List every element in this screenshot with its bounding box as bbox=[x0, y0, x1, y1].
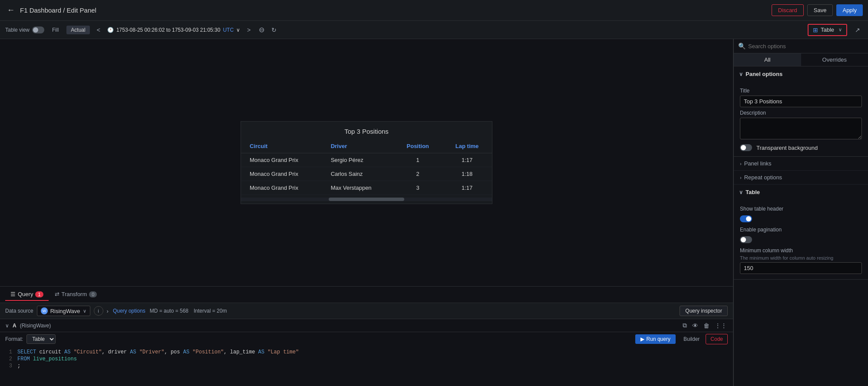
expand-button[interactable]: ↗ bbox=[852, 25, 863, 35]
eye-button[interactable]: 👁 bbox=[691, 321, 699, 330]
time-range-picker[interactable]: 🕐 1753-08-25 00:26:02 to 1753-09-03 21:0… bbox=[107, 27, 240, 33]
table-row: Monaco Grand Prix Max Verstappen 3 1:17 bbox=[241, 181, 492, 195]
query-tab-label: Query bbox=[18, 291, 33, 297]
query-letter: A bbox=[13, 323, 17, 329]
line-content-1: SELECT circuit AS "Circuit", driver AS "… bbox=[17, 349, 299, 355]
tab-query[interactable]: ☰ Query 1 bbox=[5, 288, 49, 301]
min-col-width-label: Minimum column width bbox=[740, 247, 862, 254]
scrollbar-thumb bbox=[329, 198, 404, 201]
query-options-button[interactable]: Query options bbox=[112, 307, 146, 315]
data-table-container: Top 3 Positions Circuit Driver Position … bbox=[241, 121, 492, 204]
code-button[interactable]: Code bbox=[706, 334, 728, 344]
main-content: Top 3 Positions Circuit Driver Position … bbox=[0, 39, 868, 386]
panel-options-label: Panel options bbox=[746, 71, 782, 77]
collapse-button[interactable]: ∨ bbox=[5, 323, 9, 329]
cell-laptime: 1:17 bbox=[442, 181, 492, 195]
right-panel: 🔍 All Overrides ∨ Panel options Title De… bbox=[733, 39, 868, 386]
apply-button[interactable]: Apply bbox=[836, 4, 863, 16]
data-table: Circuit Driver Position Lap time Monaco … bbox=[241, 139, 492, 195]
enable-pagination-toggle-row bbox=[740, 236, 862, 243]
fill-button[interactable]: Fill bbox=[49, 26, 62, 34]
table-view-toggle[interactable]: Table view bbox=[5, 26, 44, 33]
repeat-options-section[interactable]: › Repeat options bbox=[734, 171, 868, 185]
time-range-chevron: ∨ bbox=[236, 27, 240, 33]
datasource-icon: W bbox=[41, 307, 48, 314]
table-section-header[interactable]: ∨ Table bbox=[734, 185, 868, 200]
query-inspector-button[interactable]: Query inspector bbox=[680, 306, 728, 316]
tab-overrides[interactable]: Overrides bbox=[801, 53, 868, 66]
back-button[interactable]: ← bbox=[5, 4, 17, 16]
table-title: Top 3 Positions bbox=[241, 122, 492, 139]
discard-button[interactable]: Discard bbox=[772, 4, 804, 16]
min-col-width-helper: The minimum width for column auto resizi… bbox=[740, 255, 862, 261]
query-md: MD = auto = 568 bbox=[150, 308, 188, 314]
time-range-text: 1753-08-25 00:26:02 to 1753-09-03 21:05:… bbox=[116, 27, 221, 33]
cell-circuit: Monaco Grand Prix bbox=[241, 181, 322, 195]
toolbar: Table view Fill Actual < 🕐 1753-08-25 00… bbox=[0, 21, 868, 39]
min-col-width-input[interactable] bbox=[740, 262, 862, 274]
prev-time-button[interactable]: < bbox=[94, 25, 103, 35]
search-box: 🔍 bbox=[734, 39, 868, 53]
panel-links-chevron: › bbox=[740, 161, 742, 166]
panel-description-input[interactable] bbox=[740, 118, 862, 139]
actual-button[interactable]: Actual bbox=[66, 26, 89, 34]
viz-chevron-icon: ∨ bbox=[838, 27, 842, 33]
table-view-label: Table view bbox=[5, 27, 30, 33]
repeat-options-label: Repeat options bbox=[744, 174, 782, 181]
cell-position: 2 bbox=[393, 167, 442, 181]
refresh-button[interactable]: ↻ bbox=[270, 25, 278, 35]
col-header-driver: Driver bbox=[322, 139, 393, 153]
datasource-row: Data source W RisingWave ∨ i › Query opt… bbox=[0, 303, 733, 319]
ds-chevron-icon: ∨ bbox=[83, 308, 86, 314]
run-query-button[interactable]: ▶ Run query bbox=[635, 334, 676, 344]
zoom-out-button[interactable]: ⊖ bbox=[257, 24, 266, 35]
enable-pagination-toggle[interactable] bbox=[740, 236, 752, 243]
table-viz-icon: ⊞ bbox=[813, 26, 818, 33]
drag-handle[interactable]: ⋮⋮ bbox=[714, 321, 728, 330]
transparent-bg-toggle[interactable] bbox=[740, 144, 752, 151]
copy-button[interactable]: ⧉ bbox=[682, 321, 688, 330]
arrow-icon: › bbox=[107, 308, 109, 314]
visualization-label: Table bbox=[821, 26, 834, 33]
run-query-label: Run query bbox=[647, 336, 670, 342]
table-section-body: Show table header Enable pagination Mini… bbox=[734, 200, 868, 279]
panel-options-body: Title Description Transparent background bbox=[734, 82, 868, 156]
tab-all[interactable]: All bbox=[734, 53, 801, 66]
visualization-selector[interactable]: ⊞ Table ∨ bbox=[808, 24, 847, 36]
panel-links-section[interactable]: › Panel links bbox=[734, 157, 868, 171]
save-button[interactable]: Save bbox=[807, 4, 833, 16]
run-icon: ▶ bbox=[640, 336, 644, 342]
show-header-toggle[interactable] bbox=[740, 215, 752, 222]
panel-title-input[interactable] bbox=[740, 96, 862, 107]
panel-options-header[interactable]: ∨ Panel options bbox=[734, 66, 868, 82]
cell-laptime: 1:18 bbox=[442, 167, 492, 181]
search-input[interactable] bbox=[748, 43, 864, 49]
next-time-button[interactable]: > bbox=[244, 25, 253, 35]
tab-transform[interactable]: ⇄ Transform 0 bbox=[50, 288, 102, 301]
datasource-label: Data source bbox=[5, 308, 33, 314]
page-title: F1 Dashboard / Edit Panel bbox=[20, 7, 768, 14]
cell-laptime: 1:17 bbox=[442, 153, 492, 167]
table-chevron-icon: ∨ bbox=[739, 189, 743, 195]
format-label: Format: bbox=[5, 336, 23, 342]
table-view-toggle-switch[interactable] bbox=[32, 26, 44, 33]
line-num-1: 1 bbox=[5, 349, 12, 355]
code-line-2: 2 FROM live_positions bbox=[0, 356, 733, 363]
info-button[interactable]: i bbox=[94, 306, 103, 316]
query-interval: Interval = 20m bbox=[194, 308, 227, 314]
cell-driver: Max Verstappen bbox=[322, 181, 393, 195]
format-select[interactable]: Table bbox=[26, 334, 56, 344]
transform-tab-icon: ⇄ bbox=[55, 291, 59, 297]
clock-icon: 🕐 bbox=[107, 27, 114, 33]
cell-driver: Sergio Pérez bbox=[322, 153, 393, 167]
line-num-3: 3 bbox=[5, 363, 12, 369]
line-content-3: ; bbox=[17, 363, 20, 369]
search-icon: 🔍 bbox=[738, 43, 746, 49]
transparent-bg-row: Transparent background bbox=[740, 144, 862, 151]
delete-button[interactable]: 🗑 bbox=[703, 321, 710, 330]
datasource-select[interactable]: W RisingWave ∨ bbox=[37, 306, 90, 316]
scrollbar-track[interactable] bbox=[241, 198, 492, 201]
transform-tab-badge: 0 bbox=[89, 291, 97, 297]
options-tab-row: All Overrides bbox=[734, 53, 868, 66]
table-section-label: Table bbox=[746, 189, 760, 195]
